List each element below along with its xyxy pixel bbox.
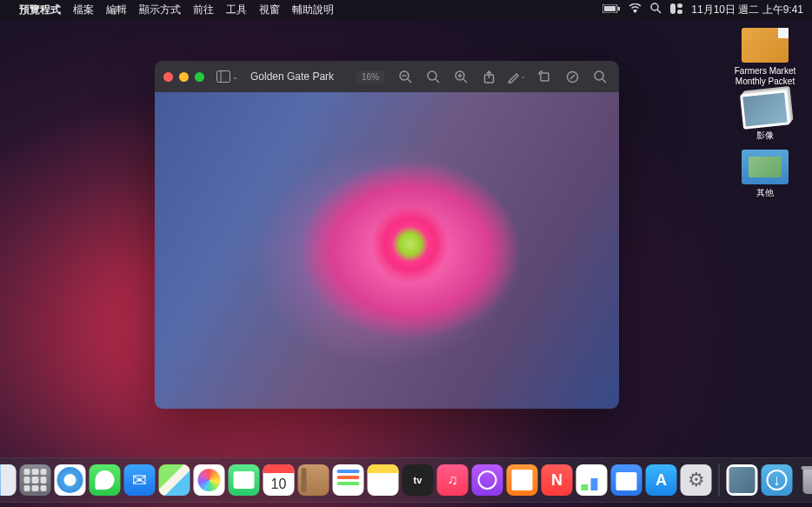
zoom-in-button[interactable] [450,66,471,87]
share-button[interactable] [478,66,499,87]
dock-settings[interactable] [681,464,712,496]
dock-messages[interactable] [90,464,121,496]
dock-trash[interactable] [796,464,813,496]
svg-line-5 [657,10,661,13]
svg-line-17 [463,79,467,83]
sidebar-toggle-button[interactable]: ⌄ [216,70,238,83]
desktop-stack-images[interactable]: 影像 [732,92,798,141]
svg-point-23 [595,71,603,80]
dock-keynote[interactable] [611,464,642,496]
dock-separator [719,464,720,497]
control-center-icon[interactable] [670,3,682,17]
dock-facetime[interactable] [229,464,260,496]
dock-music[interactable] [437,464,469,496]
zoom-percentage[interactable]: 16% [356,70,384,83]
folder-icon [742,150,789,184]
svg-rect-2 [618,7,620,10]
dock-numbers[interactable] [576,464,608,496]
preview-window: ⌄ Golden Gate Park 16% ⌄ [155,61,619,409]
highlight-button[interactable]: ⌄ [506,66,527,87]
svg-rect-8 [677,10,682,14]
svg-rect-1 [604,6,616,11]
minimize-button[interactable] [179,72,189,82]
traffic-lights [163,72,204,82]
dock-reminders[interactable] [333,464,364,496]
dock-finder[interactable] [0,464,17,496]
dock-downloads[interactable] [762,464,793,496]
window-titlebar[interactable]: ⌄ Golden Gate Park 16% ⌄ [155,61,619,92]
desktop-icon-label: Farmers Market Monthly Packet [732,66,798,87]
dock-appstore[interactable] [646,464,677,496]
battery-icon[interactable] [602,3,620,16]
menubar: 預覽程式 檔案 編輯 顯示方式 前往 工具 視窗 輔助說明 11月10日 週二 … [0,0,812,19]
chevron-down-icon: ⌄ [521,73,526,80]
markup-button[interactable] [562,66,582,87]
dock-maps[interactable] [159,464,190,496]
svg-rect-21 [541,73,549,81]
search-button[interactable] [589,66,610,87]
dock-mail[interactable] [124,464,156,496]
menu-edit[interactable]: 編輯 [106,3,127,17]
dock [0,457,812,503]
dock-launchpad[interactable] [20,464,51,496]
dock-preview[interactable] [727,464,758,496]
desktop-icon-label: 其他 [732,188,798,198]
dock-contacts[interactable] [298,464,329,496]
dock-podcasts[interactable] [472,464,503,496]
close-button[interactable] [163,72,173,82]
menu-file[interactable]: 檔案 [73,3,94,17]
svg-point-4 [651,3,658,10]
app-menu[interactable]: 預覽程式 [19,3,61,17]
dock-photos[interactable] [194,464,225,496]
zoom-out-button[interactable] [395,66,416,87]
svg-rect-9 [217,71,230,83]
dock-tv[interactable] [403,464,434,496]
svg-line-24 [602,79,606,83]
rotate-button[interactable] [534,66,555,87]
dock-notes[interactable] [368,464,399,496]
dock-news[interactable] [542,464,573,496]
svg-point-14 [428,71,436,80]
desktop-icon-label: 影像 [732,130,798,141]
window-title: Golden Gate Park [250,70,334,83]
svg-point-3 [635,10,636,12]
dock-safari[interactable] [55,464,86,496]
svg-rect-7 [677,3,682,8]
menu-view[interactable]: 顯示方式 [139,3,181,17]
photo-stack-icon [740,90,790,129]
document-icon [742,28,789,63]
svg-line-15 [436,79,439,83]
menu-help[interactable]: 輔助說明 [292,3,334,17]
desktop-folder-other[interactable]: 其他 [732,150,798,198]
dock-calendar[interactable] [263,464,295,496]
fullscreen-button[interactable] [195,72,204,82]
wifi-icon[interactable] [629,3,642,16]
zoom-actual-button[interactable] [423,66,443,87]
chevron-down-icon: ⌄ [232,73,238,81]
desktop-file-farmers-packet[interactable]: Farmers Market Monthly Packet [732,28,798,87]
svg-rect-6 [670,3,676,14]
menu-tools[interactable]: 工具 [226,3,247,17]
svg-line-12 [408,79,411,83]
image-viewport[interactable] [155,92,619,409]
dock-books[interactable] [507,464,538,496]
menubar-clock[interactable]: 11月10日 週二 上午9:41 [691,3,803,17]
menu-go[interactable]: 前往 [193,3,214,17]
menu-window[interactable]: 視窗 [259,3,280,17]
spotlight-icon[interactable] [650,3,662,17]
flower-image [155,92,619,409]
